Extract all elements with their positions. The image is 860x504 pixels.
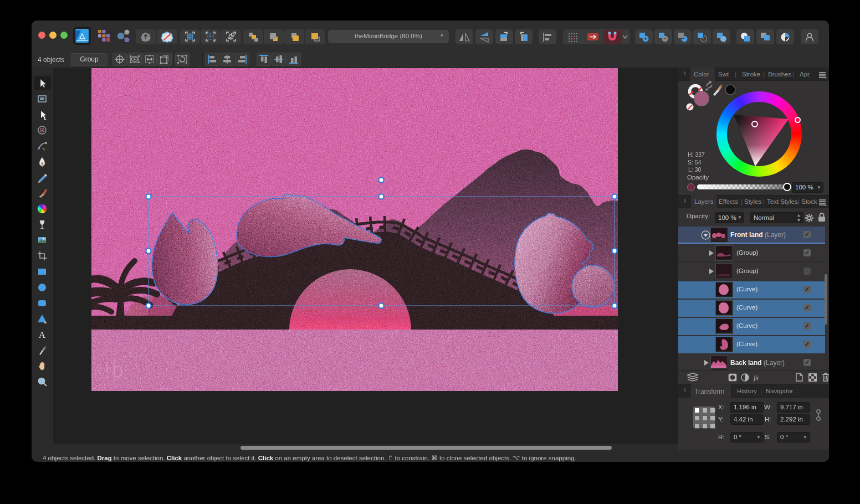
svg-text:A: A [39,330,46,340]
